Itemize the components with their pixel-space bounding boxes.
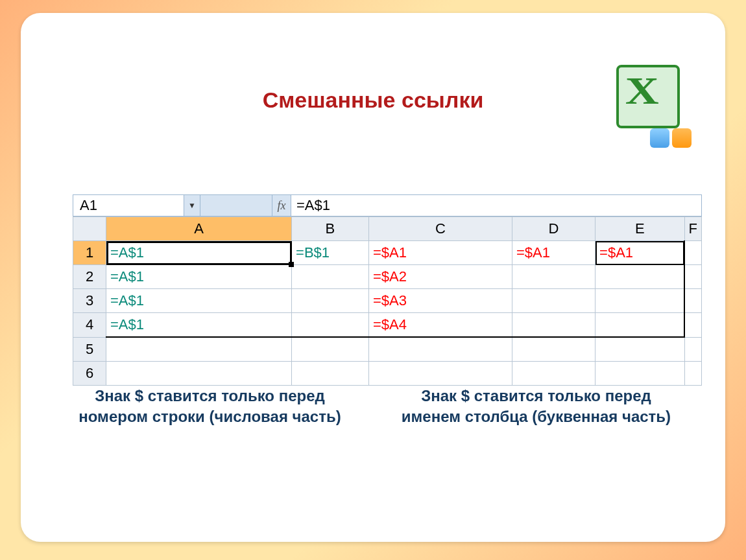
row-header-3[interactable]: 3 bbox=[73, 289, 106, 313]
row-3: 3 =A$1 =$A3 bbox=[73, 289, 702, 313]
cell-A6[interactable] bbox=[106, 362, 292, 386]
row-header-5[interactable]: 5 bbox=[73, 337, 106, 362]
cell-C1[interactable]: =$A1 bbox=[368, 241, 512, 265]
cell-F5[interactable] bbox=[684, 337, 701, 362]
column-header-row: A B C D E F bbox=[73, 217, 702, 241]
spreadsheet-grid: A B C D E F 1 =A$1 =B$1 =$A1 =$A1 =$A1 2… bbox=[73, 216, 702, 386]
cell-A4[interactable]: =A$1 bbox=[106, 313, 292, 338]
row-header-6[interactable]: 6 bbox=[73, 362, 106, 386]
cell-D2[interactable] bbox=[512, 265, 595, 289]
row-1: 1 =A$1 =B$1 =$A1 =$A1 =$A1 bbox=[73, 241, 702, 265]
row-header-2[interactable]: 2 bbox=[73, 265, 106, 289]
formula-bar: A1 ▼ fx =A$1 bbox=[73, 194, 702, 216]
cell-B5[interactable] bbox=[292, 337, 369, 362]
cell-D4[interactable] bbox=[512, 313, 595, 338]
cell-F2[interactable] bbox=[684, 265, 701, 289]
formula-input[interactable]: =A$1 bbox=[291, 195, 701, 216]
cell-E2[interactable] bbox=[596, 265, 685, 289]
cell-E5[interactable] bbox=[596, 337, 685, 362]
fx-icon[interactable]: fx bbox=[272, 195, 291, 216]
cell-D6[interactable] bbox=[512, 362, 595, 386]
caption-left: Знак $ ставится только перед номером стр… bbox=[73, 386, 347, 428]
cell-A3[interactable]: =A$1 bbox=[106, 289, 292, 313]
cell-C2[interactable]: =$A2 bbox=[368, 265, 512, 289]
cell-B2[interactable] bbox=[292, 265, 369, 289]
select-all-corner[interactable] bbox=[73, 217, 106, 241]
cell-C3[interactable]: =$A3 bbox=[368, 289, 512, 313]
row-6: 6 bbox=[73, 362, 702, 386]
cell-B4[interactable] bbox=[292, 313, 369, 338]
cell-C5[interactable] bbox=[368, 337, 512, 362]
cell-B6[interactable] bbox=[292, 362, 369, 386]
cell-F6[interactable] bbox=[684, 362, 701, 386]
cell-B3[interactable] bbox=[292, 289, 369, 313]
cell-D5[interactable] bbox=[512, 337, 595, 362]
row-2: 2 =A$1 =$A2 bbox=[73, 265, 702, 289]
cell-E6[interactable] bbox=[596, 362, 685, 386]
cell-C4[interactable]: =$A4 bbox=[368, 313, 512, 338]
col-header-D[interactable]: D bbox=[512, 217, 595, 241]
cell-A2[interactable]: =A$1 bbox=[106, 265, 292, 289]
cell-F1[interactable] bbox=[684, 241, 701, 265]
name-box[interactable]: A1 bbox=[73, 195, 184, 216]
captions-row: Знак $ ставится только перед номером стр… bbox=[73, 386, 673, 428]
col-header-A[interactable]: A bbox=[106, 217, 292, 241]
row-4: 4 =A$1 =$A4 bbox=[73, 313, 702, 338]
row-header-4[interactable]: 4 bbox=[73, 313, 106, 338]
col-header-C[interactable]: C bbox=[368, 217, 512, 241]
cell-E3[interactable] bbox=[596, 289, 685, 313]
cell-D3[interactable] bbox=[512, 289, 595, 313]
cell-D1[interactable]: =$A1 bbox=[512, 241, 595, 265]
fill-handle[interactable] bbox=[289, 262, 294, 267]
cell-B1[interactable]: =B$1 bbox=[292, 241, 369, 265]
cell-F3[interactable] bbox=[684, 289, 701, 313]
col-header-F[interactable]: F bbox=[684, 217, 701, 241]
row-header-1[interactable]: 1 bbox=[73, 241, 106, 265]
col-header-E[interactable]: E bbox=[596, 217, 685, 241]
cell-A5[interactable] bbox=[106, 337, 292, 362]
row-5: 5 bbox=[73, 337, 702, 362]
cell-E1[interactable]: =$A1 bbox=[596, 241, 685, 265]
cell-E4[interactable] bbox=[596, 313, 685, 338]
col-header-B[interactable]: B bbox=[292, 217, 369, 241]
caption-right: Знак $ ставится только перед именем стол… bbox=[399, 386, 673, 428]
slide-card: Смешанные ссылки X A1 ▼ fx =A$1 A B C D … bbox=[21, 13, 725, 542]
cell-A1[interactable]: =A$1 bbox=[106, 241, 292, 265]
name-box-dropdown-icon[interactable]: ▼ bbox=[184, 195, 200, 216]
cell-C6[interactable] bbox=[368, 362, 512, 386]
excel-icon: X bbox=[616, 65, 688, 136]
cell-F4[interactable] bbox=[684, 313, 701, 338]
spreadsheet-area: A1 ▼ fx =A$1 A B C D E F 1 =A$1 =B$1 =$A… bbox=[73, 194, 702, 386]
